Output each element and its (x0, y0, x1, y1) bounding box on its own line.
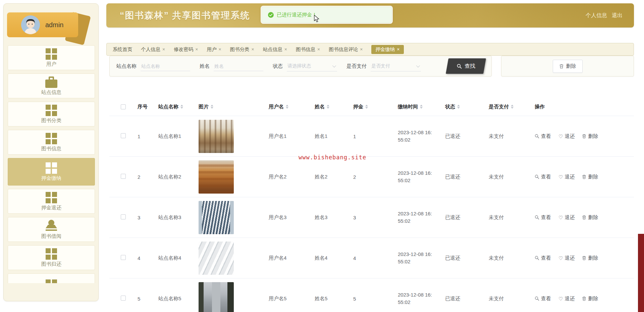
tab-label: 个人信息 (141, 46, 160, 53)
column-header-站点名称: 站点名称 (158, 104, 199, 110)
tab-label: 图书分类 (230, 46, 250, 53)
close-icon[interactable]: × (218, 47, 221, 52)
action-删除[interactable]: 删除 (582, 214, 598, 221)
sort-carets-icon[interactable] (211, 105, 213, 109)
paid-select[interactable]: 是否支付 (371, 61, 421, 71)
tab-系统首页[interactable]: 系统首页 (113, 46, 132, 53)
action-退还[interactable]: ♡退还 (558, 214, 575, 221)
cell-photo (199, 282, 269, 312)
briefcase-icon (45, 76, 57, 88)
action-查看[interactable]: 查看 (535, 255, 551, 261)
trash-icon (582, 256, 586, 260)
column-header-缴纳时间: 缴纳时间 (398, 104, 445, 110)
row-checkbox[interactable] (121, 133, 126, 138)
cell-time: 2023-12-08 16:55:02 (398, 169, 445, 185)
close-icon[interactable]: × (162, 47, 165, 52)
action-退还[interactable]: ♡退还 (558, 174, 575, 180)
delete-button[interactable]: 删除 (553, 60, 583, 73)
delete-button-label: 删除 (566, 63, 576, 69)
sidebar-item-图书归还[interactable]: 图书归还 (8, 245, 95, 270)
action-查看[interactable]: 查看 (535, 174, 551, 180)
action-退还[interactable]: ♡退还 (558, 255, 575, 261)
check-circle-icon (268, 12, 274, 18)
tab-图书信息评论[interactable]: 图书信息评论× (329, 46, 363, 53)
sort-carets-icon[interactable] (511, 105, 514, 109)
scrollbar-thumb[interactable] (638, 234, 644, 312)
profile-link[interactable]: 个人信息 (586, 12, 607, 19)
close-icon[interactable]: × (397, 47, 399, 52)
action-查看[interactable]: 查看 (535, 214, 551, 221)
column-label: 图片 (199, 104, 209, 110)
row-checkbox[interactable] (121, 214, 126, 219)
action-label: 查看 (541, 296, 551, 302)
search-button[interactable]: 查找 (446, 58, 486, 74)
action-删除[interactable]: 删除 (582, 133, 598, 140)
cell-time: 2023-12-08 16:55:02 (398, 251, 445, 266)
row-checkbox[interactable] (121, 255, 126, 260)
close-icon[interactable]: × (252, 47, 254, 52)
select-all-checkbox[interactable] (121, 104, 126, 109)
tab-个人信息[interactable]: 个人信息× (141, 46, 165, 53)
sort-carets-icon[interactable] (420, 105, 423, 109)
action-退还[interactable]: ♡退还 (558, 133, 575, 140)
close-icon[interactable]: × (360, 47, 363, 52)
column-label: 姓名 (315, 104, 325, 110)
tab-押金缴纳[interactable]: 押金缴纳× (371, 45, 404, 54)
sort-carets-icon[interactable] (327, 105, 329, 109)
delete-panel: 删除 (501, 56, 634, 76)
sidebar-item-图书信息[interactable]: 图书信息 (8, 130, 95, 155)
sidebar-item-用户[interactable]: 用户 (8, 45, 95, 70)
sidebar-item-8[interactable] (8, 273, 95, 283)
action-查看[interactable]: 查看 (535, 296, 551, 302)
sidebar-item-图书分类[interactable]: 图书分类 (8, 102, 95, 126)
tab-修改密码[interactable]: 修改密码× (174, 46, 198, 53)
close-icon[interactable]: × (284, 47, 287, 52)
site-name-input[interactable] (141, 61, 190, 71)
heart-icon: ♡ (558, 174, 563, 179)
name-input[interactable] (214, 61, 263, 71)
sort-carets-icon[interactable] (180, 105, 183, 109)
action-删除[interactable]: 删除 (582, 174, 598, 180)
action-查看[interactable]: 查看 (535, 133, 551, 140)
close-icon[interactable]: × (195, 47, 198, 52)
sidebar-item-押金缴纳[interactable]: 押金缴纳 (8, 158, 95, 186)
action-label: 查看 (541, 133, 551, 140)
row-checkbox[interactable] (121, 174, 126, 179)
cell-paid: 未支付 (489, 214, 535, 221)
cell-username: 用户名4 (269, 255, 315, 261)
tab-label: 用户 (207, 46, 216, 53)
action-label: 退还 (565, 133, 575, 140)
sidebar-item-label: 图书信息 (41, 146, 61, 152)
row-checkbox[interactable] (121, 296, 126, 301)
sidebar-item-label: 押金退还 (41, 205, 61, 211)
cell-index: 2 (138, 174, 158, 180)
site-photo (199, 201, 234, 234)
tab-label: 修改密码 (174, 46, 193, 53)
column-header-状态: 状态 (445, 104, 489, 110)
header-links: 个人信息 退出 (586, 12, 623, 19)
status-select[interactable]: 请选择状态 (287, 61, 337, 71)
sidebar-item-图书借阅[interactable]: 图书借阅 (8, 217, 95, 242)
avatar (21, 15, 40, 34)
cell-paid: 未支付 (489, 174, 535, 180)
table-row: 5站点名称5用户名5姓名552023-12-08 16:55:02已退还未支付查… (109, 278, 634, 312)
toast-message: 已进行退还押金！ (277, 12, 317, 18)
close-icon[interactable]: × (317, 47, 320, 52)
sidebar-item-押金退还[interactable]: 押金退还 (8, 189, 95, 214)
action-删除[interactable]: 删除 (582, 255, 598, 261)
sort-carets-icon[interactable] (286, 105, 288, 109)
action-退还[interactable]: ♡退还 (558, 296, 575, 302)
tab-用户[interactable]: 用户× (207, 46, 221, 53)
tab-图书分类[interactable]: 图书分类× (230, 46, 254, 53)
sort-carets-icon[interactable] (457, 105, 460, 109)
site-photo (199, 282, 234, 312)
action-删除[interactable]: 删除 (582, 296, 598, 302)
sort-carets-icon[interactable] (365, 105, 368, 109)
paid-select-placeholder: 是否支付 (371, 63, 390, 69)
cell-checkbox (121, 214, 138, 220)
logout-link[interactable]: 退出 (612, 12, 623, 19)
tab-站点信息[interactable]: 站点信息× (263, 46, 287, 53)
success-toast: 已进行退还押金！ (262, 7, 392, 23)
sidebar-item-站点信息[interactable]: 站点信息 (8, 73, 95, 98)
tab-图书信息[interactable]: 图书信息× (296, 46, 320, 53)
